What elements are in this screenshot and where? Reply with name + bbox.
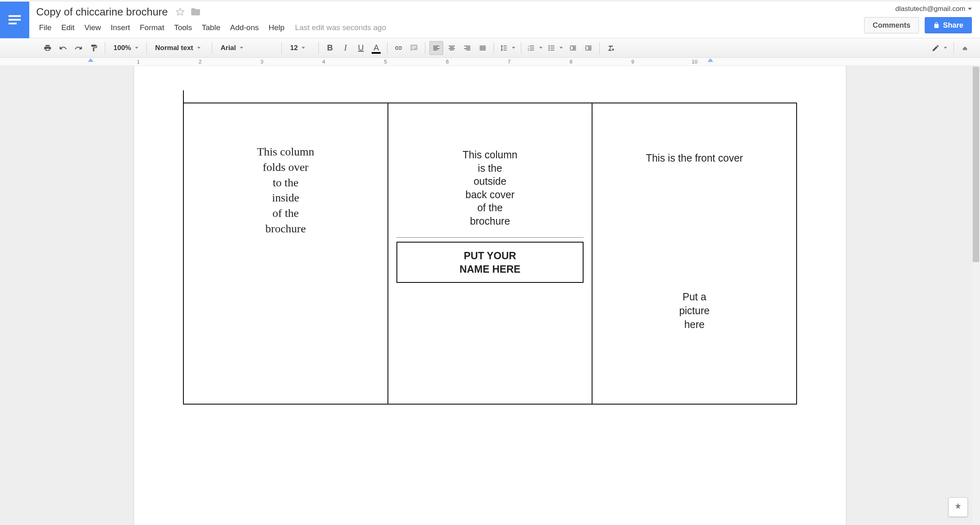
menu-bar: File Edit View Insert Format Tools Table… bbox=[34, 20, 860, 36]
table-cell-col1[interactable]: This column folds over to the inside of … bbox=[183, 103, 388, 404]
text-color-button[interactable]: A bbox=[369, 41, 383, 55]
col2-line: is the bbox=[478, 162, 502, 174]
ruler-tick: 2 bbox=[198, 59, 201, 65]
explore-button[interactable] bbox=[948, 497, 968, 517]
align-right-button[interactable] bbox=[460, 41, 474, 55]
insert-link-button[interactable] bbox=[392, 41, 405, 55]
header-buttons: Comments Share bbox=[864, 17, 972, 33]
app-docs-icon[interactable] bbox=[0, 2, 29, 38]
caret-down-icon bbox=[968, 8, 972, 10]
align-justify-button[interactable] bbox=[476, 41, 490, 55]
title-row: Copy of chiccarine brochure bbox=[34, 4, 860, 20]
name-placeholder-box[interactable]: PUT YOUR NAME HERE bbox=[396, 242, 584, 283]
caret-down-icon bbox=[135, 47, 138, 49]
col2-text-block[interactable]: This column is the outside back cover of… bbox=[396, 116, 584, 283]
menu-file[interactable]: File bbox=[34, 21, 57, 35]
font-size-value: 12 bbox=[290, 44, 298, 52]
document-canvas[interactable]: This column folds over to the inside of … bbox=[0, 66, 980, 525]
ruler-tick: 1 bbox=[137, 59, 139, 65]
name-box-line: PUT YOUR bbox=[464, 250, 516, 261]
collapse-toolbar-button[interactable] bbox=[958, 41, 972, 55]
col2-line: back cover bbox=[466, 189, 515, 200]
zoom-value: 100% bbox=[113, 44, 131, 52]
menu-insert[interactable]: Insert bbox=[106, 21, 135, 35]
account-menu[interactable]: dlastutech@gmail.com bbox=[895, 5, 972, 13]
header-bar: Copy of chiccarine brochure File Edit Vi… bbox=[0, 2, 980, 38]
paint-format-button[interactable] bbox=[87, 41, 101, 55]
picture-line: Put a bbox=[682, 291, 706, 302]
last-edit-text[interactable]: Last edit was seconds ago bbox=[290, 23, 386, 32]
menu-format[interactable]: Format bbox=[135, 21, 169, 35]
menu-edit[interactable]: Edit bbox=[57, 21, 80, 35]
align-left-button[interactable] bbox=[429, 41, 443, 55]
picture-line: here bbox=[684, 319, 705, 330]
paragraph-style-dropdown[interactable]: Normal text bbox=[151, 41, 208, 55]
menu-addons[interactable]: Add-ons bbox=[225, 21, 264, 35]
brochure-table[interactable]: This column folds over to the inside of … bbox=[183, 103, 797, 405]
font-dropdown[interactable]: Arial bbox=[216, 41, 277, 55]
col1-line: inside bbox=[272, 191, 299, 204]
italic-button[interactable]: I bbox=[338, 41, 352, 55]
header-right: dlastutech@gmail.com Comments Share bbox=[864, 2, 980, 33]
menu-help[interactable]: Help bbox=[264, 21, 290, 35]
underline-button[interactable]: U bbox=[354, 41, 368, 55]
table-cell-col2[interactable]: This column is the outside back cover of… bbox=[388, 103, 592, 404]
decrease-indent-button[interactable] bbox=[566, 41, 580, 55]
right-indent-marker[interactable] bbox=[708, 58, 713, 62]
font-value: Arial bbox=[220, 44, 236, 52]
editing-mode-dropdown[interactable] bbox=[929, 41, 950, 55]
insert-comment-button[interactable] bbox=[407, 41, 421, 55]
col2-line: This column bbox=[463, 149, 518, 160]
toolbar-separator bbox=[146, 42, 147, 54]
table-row: This column folds over to the inside of … bbox=[183, 103, 797, 404]
comments-button[interactable]: Comments bbox=[864, 17, 919, 33]
vertical-scrollbar[interactable] bbox=[972, 66, 980, 525]
undo-button[interactable] bbox=[56, 41, 70, 55]
text-color-swatch bbox=[372, 52, 381, 54]
col3-text-block[interactable]: This is the front cover Put a picture he… bbox=[601, 116, 788, 331]
toolbar-right bbox=[929, 41, 972, 55]
folder-move-icon[interactable] bbox=[190, 7, 201, 17]
caret-down-icon bbox=[512, 47, 515, 49]
ruler-tick: 5 bbox=[384, 59, 387, 65]
bold-button[interactable]: B bbox=[323, 41, 337, 55]
menu-table[interactable]: Table bbox=[197, 21, 225, 35]
user-email-text: dlastutech@gmail.com bbox=[895, 5, 965, 13]
scrollbar-thumb[interactable] bbox=[973, 67, 979, 262]
col1-line: brochure bbox=[266, 222, 306, 235]
ruler-tick: 7 bbox=[507, 59, 510, 65]
col1-line: to the bbox=[273, 176, 298, 189]
menu-view[interactable]: View bbox=[79, 21, 106, 35]
header-center: Copy of chiccarine brochure File Edit Vi… bbox=[29, 2, 864, 36]
svg-point-5 bbox=[549, 49, 550, 50]
caret-down-icon bbox=[240, 47, 243, 49]
page[interactable]: This column folds over to the inside of … bbox=[134, 66, 846, 525]
share-button[interactable]: Share bbox=[925, 17, 972, 33]
ruler-tick: 9 bbox=[631, 59, 634, 65]
redo-button[interactable] bbox=[72, 41, 85, 55]
explore-icon bbox=[953, 502, 963, 512]
toolbar-separator bbox=[281, 42, 282, 54]
svg-rect-2 bbox=[9, 23, 17, 24]
align-center-button[interactable] bbox=[445, 41, 459, 55]
col1-line: folds over bbox=[263, 161, 309, 173]
bulleted-list-dropdown[interactable] bbox=[546, 41, 564, 55]
pencil-icon bbox=[932, 44, 940, 52]
zoom-dropdown[interactable]: 100% bbox=[109, 41, 142, 55]
left-indent-marker[interactable] bbox=[88, 58, 94, 62]
line-spacing-dropdown[interactable] bbox=[498, 41, 517, 55]
document-title[interactable]: Copy of chiccarine brochure bbox=[34, 4, 170, 20]
name-box-line: NAME HERE bbox=[460, 263, 520, 275]
front-cover-text: This is the front cover bbox=[601, 116, 788, 164]
col1-text-block[interactable]: This column folds over to the inside of … bbox=[192, 116, 379, 236]
increase-indent-button[interactable] bbox=[581, 41, 595, 55]
font-size-dropdown[interactable]: 12 bbox=[286, 41, 314, 55]
horizontal-ruler[interactable]: 1 2 3 4 5 6 7 8 9 10 bbox=[0, 58, 980, 66]
menu-tools[interactable]: Tools bbox=[169, 21, 197, 35]
numbered-list-dropdown[interactable] bbox=[525, 41, 544, 55]
table-cell-col3[interactable]: This is the front cover Put a picture he… bbox=[592, 103, 797, 404]
print-button[interactable] bbox=[41, 41, 54, 55]
clear-formatting-button[interactable] bbox=[604, 41, 618, 55]
star-icon[interactable] bbox=[176, 7, 185, 16]
caret-down-icon bbox=[560, 47, 563, 49]
